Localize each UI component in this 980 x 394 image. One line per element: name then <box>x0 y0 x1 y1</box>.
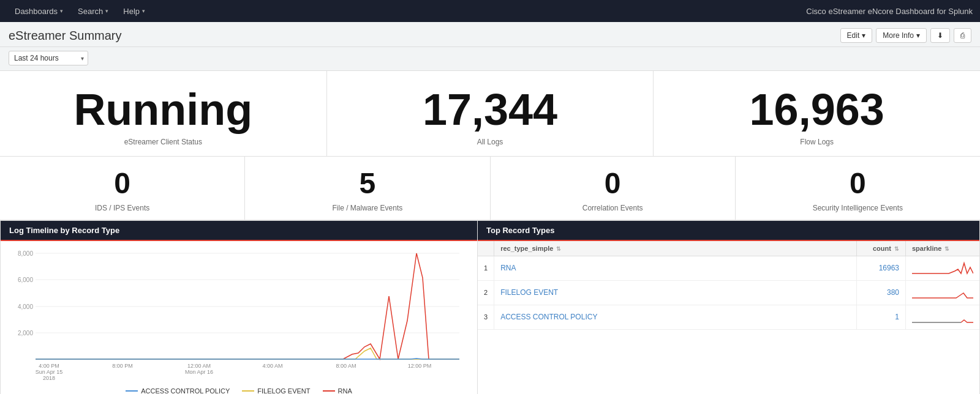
edit-button[interactable]: Edit ▾ <box>840 28 873 43</box>
stat-card-ids: 0 IDS / IPS Events <box>0 157 245 220</box>
chart-panel-header: Log Timeline by Record Type <box>1 221 477 241</box>
status-value: Running <box>12 86 314 134</box>
legend-acp-color <box>126 390 138 392</box>
legend-filelog-label: FILELOG EVENT <box>257 387 310 394</box>
sec-intel-label: Security Intelligence Events <box>748 204 968 212</box>
top-record-types-table: rec_type_simple ⇅ count ⇅ sparkline ⇅ <box>478 241 979 330</box>
chevron-down-icon: ▾ <box>105 8 108 14</box>
svg-text:6,000: 6,000 <box>18 277 33 283</box>
count-1: 16963 <box>857 256 906 280</box>
legend-acp: ACCESS CONTROL POLICY <box>126 387 230 394</box>
svg-text:2018: 2018 <box>43 375 55 381</box>
table-row: 3 ACCESS CONTROL POLICY 1 <box>478 305 979 329</box>
download-icon: ⬇ <box>937 31 943 40</box>
table-panel-header: Top Record Types <box>478 221 979 241</box>
rec-type-link-1[interactable]: RNA <box>500 264 516 272</box>
correlation-value: 0 <box>503 168 723 200</box>
legend-rna-color <box>323 390 335 392</box>
svg-text:8:00 AM: 8:00 AM <box>336 363 356 369</box>
col-rec-type[interactable]: rec_type_simple ⇅ <box>494 241 857 256</box>
sparkline-1 <box>906 256 980 280</box>
correlation-label: Correlation Events <box>503 204 723 212</box>
stats-row-2: 0 IDS / IPS Events 5 File / Malware Even… <box>0 157 980 220</box>
nav-dashboards[interactable]: Dashboards ▾ <box>7 0 70 22</box>
all-logs-label: All Logs <box>339 138 641 146</box>
subheader: eStreamer Summary Edit ▾ More Info ▾ ⬇ ⎙ <box>0 22 980 47</box>
more-info-button[interactable]: More Info ▾ <box>876 28 927 43</box>
sort-icon: ⇅ <box>556 246 561 252</box>
sort-icon: ⇅ <box>894 246 899 252</box>
navbar: Dashboards ▾ Search ▾ Help ▾ Cisco eStre… <box>0 0 980 22</box>
row-num-2: 2 <box>478 280 494 305</box>
table-header-row: rec_type_simple ⇅ count ⇅ sparkline ⇅ <box>478 241 979 256</box>
table-row: 1 RNA 16963 <box>478 256 979 280</box>
svg-text:12:00 AM: 12:00 AM <box>187 363 211 369</box>
legend-rna: RNA <box>323 387 352 394</box>
stats-row-1: Running eStreamer Client Status 17,344 A… <box>0 71 980 157</box>
chart-area: 8,000 6,000 4,000 2,000 4:00 PM Sun Apr … <box>1 241 477 394</box>
nav-search[interactable]: Search ▾ <box>70 0 116 22</box>
page-title: eStreamer Summary <box>9 29 122 43</box>
print-icon: ⎙ <box>960 31 965 40</box>
time-range-select[interactable]: Last 24 hours Last 7 days Last 30 days A… <box>9 51 88 65</box>
filter-bar: Last 24 hours Last 7 days Last 30 days A… <box>0 47 980 71</box>
chevron-down-icon: ▾ <box>60 8 63 14</box>
print-button[interactable]: ⎙ <box>954 28 971 43</box>
sparkline-2 <box>906 280 980 305</box>
stat-card-file-malware: 5 File / Malware Events <box>245 157 490 220</box>
flow-logs-label: Flow Logs <box>666 138 968 146</box>
legend-rna-label: RNA <box>338 387 352 394</box>
nav-items: Dashboards ▾ Search ▾ Help ▾ <box>7 0 153 22</box>
svg-text:4,000: 4,000 <box>18 303 33 310</box>
svg-text:4:00 AM: 4:00 AM <box>262 363 282 369</box>
chart-panel: Log Timeline by Record Type 8,000 6,000 … <box>0 220 478 394</box>
col-num <box>478 241 494 256</box>
rec-type-link-3[interactable]: ACCESS CONTROL POLICY <box>500 313 597 321</box>
svg-text:12:00 PM: 12:00 PM <box>408 363 432 369</box>
ids-value: 0 <box>12 168 232 200</box>
flow-logs-value: 16,963 <box>666 86 968 134</box>
rec-type-link-2[interactable]: FILELOG EVENT <box>500 288 558 297</box>
chart-svg: 8,000 6,000 4,000 2,000 4:00 PM Sun Apr … <box>9 247 469 382</box>
file-malware-label: File / Malware Events <box>257 204 477 212</box>
legend-filelog: FILELOG EVENT <box>242 387 310 394</box>
svg-text:2,000: 2,000 <box>18 330 33 336</box>
rec-type-3: ACCESS CONTROL POLICY <box>494 305 857 329</box>
stat-card-sec-intel: 0 Security Intelligence Events <box>736 157 980 220</box>
chevron-down-icon: ▾ <box>862 31 865 40</box>
bottom-panels: Log Timeline by Record Type 8,000 6,000 … <box>0 220 980 394</box>
svg-text:Sun Apr 15: Sun Apr 15 <box>36 369 63 375</box>
rec-type-2: FILELOG EVENT <box>494 280 857 305</box>
app-title: Cisco eStreamer eNcore Dashboard for Spl… <box>806 7 973 16</box>
svg-text:4:00 PM: 4:00 PM <box>39 363 59 369</box>
sparkline-3 <box>906 305 980 329</box>
stat-card-status: Running eStreamer Client Status <box>0 71 327 156</box>
ids-label: IDS / IPS Events <box>12 204 232 212</box>
subheader-actions: Edit ▾ More Info ▾ ⬇ ⎙ <box>840 28 971 43</box>
sec-intel-value: 0 <box>748 168 968 200</box>
chevron-down-icon: ▾ <box>142 8 145 14</box>
file-malware-value: 5 <box>257 168 477 200</box>
time-filter-wrapper: Last 24 hours Last 7 days Last 30 days A… <box>9 51 88 65</box>
stat-card-all-logs: 17,344 All Logs <box>327 71 654 156</box>
col-count[interactable]: count ⇅ <box>857 241 906 256</box>
download-button[interactable]: ⬇ <box>930 28 950 43</box>
row-num-3: 3 <box>478 305 494 329</box>
chevron-down-icon: ▾ <box>916 31 920 40</box>
col-sparkline[interactable]: sparkline ⇅ <box>906 241 980 256</box>
legend-acp-label: ACCESS CONTROL POLICY <box>141 387 230 394</box>
svg-text:8,000: 8,000 <box>18 250 33 257</box>
table-panel: Top Record Types rec_type_simple ⇅ count… <box>478 220 980 394</box>
count-3: 1 <box>857 305 906 329</box>
stat-card-flow-logs: 16,963 Flow Logs <box>654 71 980 156</box>
status-label: eStreamer Client Status <box>12 138 314 146</box>
rec-type-1: RNA <box>494 256 857 280</box>
legend-filelog-color <box>242 390 254 392</box>
all-logs-value: 17,344 <box>339 86 641 134</box>
sort-icon: ⇅ <box>944 246 949 252</box>
count-2: 380 <box>857 280 906 305</box>
stat-card-correlation: 0 Correlation Events <box>491 157 736 220</box>
nav-help[interactable]: Help ▾ <box>116 0 153 22</box>
svg-text:Mon Apr 16: Mon Apr 16 <box>185 369 213 375</box>
chart-legend: ACCESS CONTROL POLICY FILELOG EVENT RNA <box>9 384 469 394</box>
